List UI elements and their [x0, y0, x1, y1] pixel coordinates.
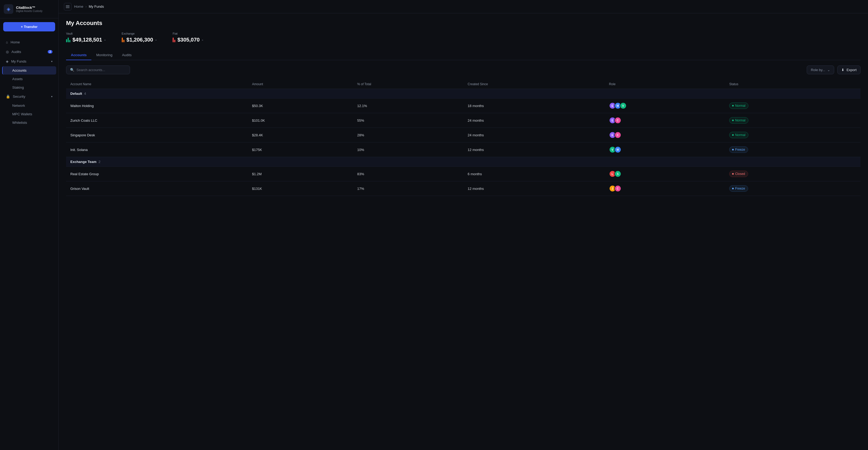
status-badge: Closed	[729, 171, 748, 177]
account-amount: $131K	[248, 181, 353, 196]
export-label: Export	[846, 68, 857, 72]
account-percent: 83%	[353, 167, 464, 181]
account-amount: $50.3K	[248, 98, 353, 113]
tab-accounts[interactable]: Accounts	[66, 50, 91, 60]
status-dot	[732, 105, 734, 106]
sidebar-item-mpc-wallets[interactable]: MPC Wallets	[2, 110, 56, 118]
sidebar-item-home[interactable]: ⌂ Home	[2, 37, 56, 47]
col-role: Role	[605, 79, 725, 89]
sidebar-item-network[interactable]: Network	[2, 101, 56, 110]
avatar: C	[614, 117, 621, 124]
col-created: Created Since	[463, 79, 604, 89]
sidebar-audits-label: Audits	[11, 50, 21, 54]
sidebar-item-audits[interactable]: ◎ Audits 2	[2, 47, 56, 57]
search-icon: 🔍	[70, 68, 74, 72]
sidebar-item-whitelists[interactable]: Whitelists	[2, 119, 56, 127]
accounts-table: Account Name Amount % of Total Created S…	[66, 79, 861, 196]
table-row[interactable]: Init. Solana $175K 10% 12 months VM Free…	[66, 142, 861, 157]
table-row[interactable]: Grison Vault $131K 17% 12 months JC Free…	[66, 181, 861, 196]
status-dot	[732, 120, 734, 121]
account-percent: 12.1%	[353, 98, 464, 113]
table-row[interactable]: Singapore Desk $28.4K 28% 24 months EC N…	[66, 128, 861, 142]
app-subtitle: Digital Assets Custody	[16, 9, 43, 12]
breadcrumb-home[interactable]: Home	[74, 4, 83, 8]
tab-monitoring[interactable]: Monitoring	[91, 50, 117, 60]
page-title: My Accounts	[66, 20, 861, 27]
vault-bars	[66, 37, 70, 42]
col-percent: % of Total	[353, 79, 464, 89]
account-created: 12 months	[463, 142, 604, 157]
col-status: Status	[725, 79, 861, 89]
group-name: Exchange Team	[70, 160, 96, 164]
account-name: Singapore Desk	[70, 133, 95, 137]
status-dot	[732, 173, 734, 175]
svg-rect-1	[66, 6, 69, 7]
account-amount: $1.2M	[248, 167, 353, 181]
account-created: 6 months	[463, 167, 604, 181]
account-percent: 28%	[353, 128, 464, 142]
sidebar-item-staking[interactable]: Staking	[2, 83, 56, 92]
role-by-select[interactable]: Role by... ⌄	[807, 65, 834, 74]
group-name: Default	[70, 92, 82, 96]
group-count: 2	[97, 160, 100, 164]
status-badge: Normal	[729, 117, 748, 124]
svg-rect-0	[66, 5, 69, 6]
network-label: Network	[12, 104, 25, 107]
account-avatars: JC	[609, 185, 721, 192]
account-name: Real Estate Group	[70, 172, 99, 176]
stat-vault: Vault $49,128,501 -	[66, 32, 106, 43]
toolbar: 🔍 Role by... ⌄ ⬇ Export	[66, 65, 861, 74]
topbar: Home › My Funds	[59, 0, 868, 13]
accounts-label: Accounts	[12, 68, 26, 72]
col-amount: Amount	[248, 79, 353, 89]
col-account-name: Account Name	[66, 79, 248, 89]
sidebar-item-assets[interactable]: Assets	[2, 75, 56, 83]
account-created: 12 months	[463, 181, 604, 196]
assets-label: Assets	[12, 77, 23, 81]
app-name: CitaBlock™	[16, 6, 43, 9]
account-amount: $175K	[248, 142, 353, 157]
exchange-bars	[122, 37, 124, 42]
breadcrumb: Home › My Funds	[74, 4, 104, 8]
security-icon: 🔒	[6, 95, 10, 98]
export-button[interactable]: ⬇ Export	[837, 65, 861, 74]
my-funds-label: My Funds	[11, 59, 26, 63]
account-avatars: EC	[609, 132, 721, 138]
account-avatars: EMV	[609, 102, 721, 109]
account-created: 24 months	[463, 128, 604, 142]
account-amount: $28.4K	[248, 128, 353, 142]
account-percent: 10%	[353, 142, 464, 157]
staking-label: Staking	[12, 86, 24, 90]
audits-badge: 2	[48, 50, 53, 54]
tab-audits[interactable]: Audits	[117, 50, 136, 60]
sidebar-toggle-button[interactable]	[64, 3, 71, 10]
main-content: Home › My Funds My Accounts Vault $49,12…	[59, 0, 868, 450]
account-amount: $101.0K	[248, 113, 353, 128]
account-name: Zurich Coats LLC	[70, 119, 97, 123]
status-dot	[732, 149, 734, 151]
table-row[interactable]: Walton Holding $50.3K 12.1% 18 months EM…	[66, 98, 861, 113]
group-count: 4	[83, 92, 86, 96]
sidebar-item-accounts[interactable]: Accounts	[2, 66, 56, 74]
table-group-row: Default 4	[66, 89, 861, 98]
role-by-label: Role by...	[811, 68, 825, 72]
account-name: Grison Vault	[70, 187, 89, 191]
status-badge: Normal	[729, 102, 748, 109]
my-funds-icon: ◈	[6, 59, 8, 63]
table-row[interactable]: Zurich Coats LLC $101.0K 55% 24 months E…	[66, 113, 861, 128]
table-row[interactable]: Real Estate Group $1.2M 83% 6 months LS …	[66, 167, 861, 181]
security-chevron: ▾	[51, 95, 53, 98]
status-dot	[732, 134, 734, 136]
sidebar: ◈ CitaBlock™ Digital Assets Custody + Tr…	[0, 0, 59, 450]
stat-vault-value: $49,128,501	[72, 37, 102, 43]
transfer-button[interactable]: + Transfer	[3, 22, 55, 31]
status-badge: Freeze	[729, 185, 748, 192]
logo-icon: ◈	[4, 4, 13, 14]
sidebar-section-my-funds[interactable]: ◈ My Funds ▾	[2, 57, 56, 66]
search-input[interactable]	[76, 68, 126, 72]
audits-icon: ◎	[6, 50, 9, 54]
sidebar-section-security[interactable]: 🔒 Security ▾	[2, 92, 56, 101]
whitelists-label: Whitelists	[12, 121, 27, 125]
avatar: C	[614, 185, 621, 192]
security-label: Security	[13, 95, 25, 98]
